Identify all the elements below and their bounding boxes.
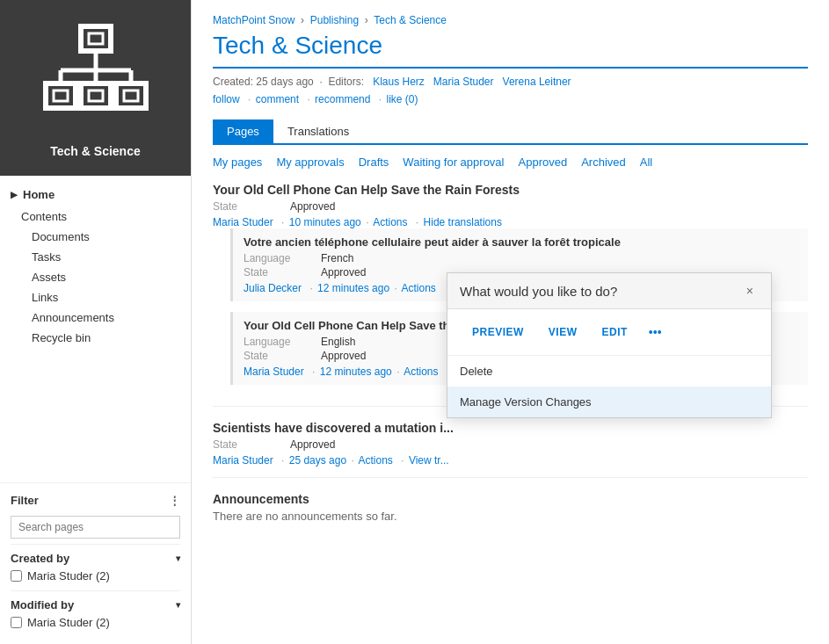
svg-rect-1	[89, 33, 103, 44]
page-item-2-actions: Maria Studer · 25 days ago · Actions · V…	[213, 454, 808, 467]
filter-header: Filter ⋮	[11, 490, 180, 510]
sidebar-nav: ▶ Home Contents Documents Tasks Assets L…	[0, 176, 191, 482]
modal-menu-delete[interactable]: Delete	[447, 356, 771, 387]
editors-label: Editors:	[328, 76, 364, 88]
logo-icon	[43, 18, 149, 141]
breadcrumb-matchpoint[interactable]: MatchPoint Snow	[213, 14, 295, 26]
follow-link[interactable]: follow	[213, 93, 240, 105]
editor-1[interactable]: Klaus Herz	[373, 76, 425, 88]
filter-section: Filter ⋮ Created by ▾ Maria Studer (2) M…	[0, 482, 191, 644]
sub-tab-waiting[interactable]: Waiting for approval	[403, 156, 504, 169]
translation-english-actions-link[interactable]: Actions	[404, 365, 438, 378]
sub-tab-my-pages[interactable]: My pages	[213, 156, 262, 169]
editor-3[interactable]: Verena Leitner	[503, 76, 571, 88]
sub-tabs: My pages My approvals Drafts Waiting for…	[213, 156, 808, 169]
breadcrumb-tech-science[interactable]: Tech & Science	[374, 14, 447, 26]
filter-created-by: Created by ▾ Maria Studer (2)	[11, 544, 180, 590]
created-date: Created: 25 days ago	[213, 76, 314, 88]
sidebar-home-label: Home	[23, 188, 55, 201]
like-link[interactable]: like (0)	[387, 93, 418, 105]
modal-menu-manage-version[interactable]: Manage Version Changes	[447, 387, 771, 417]
page-item-1-actions: Maria Studer · 10 minutes ago · Actions …	[213, 216, 808, 228]
svg-rect-8	[54, 90, 68, 101]
translation-english-author[interactable]: Maria Studer	[244, 365, 304, 378]
filter-modified-by-checkbox[interactable]	[11, 617, 22, 628]
modal-close-button[interactable]: ×	[741, 282, 759, 300]
modal-title: What would you like to do?	[460, 284, 617, 299]
chevron-down-icon-2: ▾	[176, 600, 180, 610]
page-item-1-meta: State Approved	[213, 200, 808, 213]
page-item-2: Scientists have discovered a mutation i.…	[213, 421, 808, 478]
page-item-2-actions-link[interactable]: Actions	[358, 454, 392, 467]
sidebar-item-links[interactable]: Links	[0, 287, 191, 308]
page-item-2-meta: State Approved	[213, 438, 808, 451]
filter-modified-by-option[interactable]: Maria Studer (2)	[11, 613, 180, 632]
sidebar-item-home[interactable]: ▶ Home	[0, 183, 191, 206]
filter-label: Filter	[11, 494, 39, 507]
sidebar-logo-label: Tech & Science	[50, 144, 140, 158]
filter-created-by-header[interactable]: Created by ▾	[11, 550, 180, 567]
page-item-1-time: 10 minutes ago	[289, 216, 361, 228]
breadcrumb-publishing[interactable]: Publishing	[310, 14, 359, 26]
sub-tab-my-approvals[interactable]: My approvals	[276, 156, 344, 169]
sidebar-item-documents[interactable]: Documents	[0, 227, 191, 247]
page-item-1-title[interactable]: Your Old Cell Phone Can Help Save the Ra…	[213, 183, 808, 197]
svg-rect-12	[124, 90, 138, 101]
filter-modified-by-header[interactable]: Modified by ▾	[11, 597, 180, 613]
tabs-bar: Pages Translations	[213, 119, 808, 145]
filter-modified-by: Modified by ▾ Maria Studer (2)	[11, 590, 180, 637]
sidebar: Tech & Science ▶ Home Contents Documents…	[0, 0, 192, 644]
meta-row: Created: 25 days ago · Editors: Klaus He…	[213, 76, 808, 88]
sidebar-item-contents[interactable]: Contents	[0, 206, 191, 227]
filter-options-dots[interactable]: ⋮	[169, 494, 180, 507]
page-item-2-time: 25 days ago	[289, 454, 346, 467]
sub-tab-drafts[interactable]: Drafts	[359, 156, 389, 169]
sidebar-item-announcements[interactable]: Announcements	[0, 308, 191, 328]
sidebar-logo: Tech & Science	[0, 0, 191, 176]
modal-popup: What would you like to do? × PREVIEW VIE…	[447, 272, 772, 418]
page-item-1-author[interactable]: Maria Studer	[213, 216, 273, 228]
filter-created-by-option[interactable]: Maria Studer (2)	[11, 567, 180, 585]
comment-link[interactable]: comment	[256, 93, 299, 105]
translation-french-actions-link[interactable]: Actions	[401, 282, 435, 294]
announcements-empty: There are no announcements so far.	[213, 510, 808, 523]
recommend-link[interactable]: recommend	[315, 93, 370, 105]
announcements-section: Announcements There are no announcements…	[213, 492, 808, 523]
chevron-down-icon: ▾	[176, 554, 180, 563]
filter-created-by-checkbox[interactable]	[11, 570, 22, 582]
sub-tab-all[interactable]: All	[640, 156, 652, 169]
modal-header: What would you like to do? ×	[447, 273, 771, 309]
page-title: Tech & Science	[213, 32, 808, 69]
modal-preview-button[interactable]: PREVIEW	[460, 321, 536, 344]
page-item-2-author[interactable]: Maria Studer	[213, 454, 273, 467]
search-input[interactable]	[11, 516, 180, 539]
sub-tab-approved[interactable]: Approved	[519, 156, 568, 169]
tab-translations[interactable]: Translations	[273, 119, 363, 143]
announcements-title: Announcements	[213, 492, 808, 506]
translation-french-author[interactable]: Julia Decker	[244, 282, 302, 294]
translation-french-title[interactable]: Votre ancien téléphone cellulaire peut a…	[244, 235, 797, 249]
modal-actions-row: PREVIEW VIEW EDIT •••	[447, 309, 771, 356]
sidebar-item-assets[interactable]: Assets	[0, 267, 191, 287]
page-item-2-view-link[interactable]: View tr...	[409, 454, 449, 467]
modal-edit-button[interactable]: EDIT	[590, 321, 640, 344]
breadcrumb: MatchPoint Snow › Publishing › Tech & Sc…	[213, 14, 808, 26]
sub-tab-archived[interactable]: Archived	[581, 156, 626, 169]
modal-view-button[interactable]: VIEW	[536, 321, 590, 344]
translation-french-time: 12 minutes ago	[317, 282, 389, 294]
svg-rect-10	[89, 90, 103, 101]
page-item-1-hide-translations[interactable]: Hide translations	[424, 216, 502, 228]
page-item-2-title[interactable]: Scientists have discovered a mutation i.…	[213, 421, 808, 435]
chevron-right-icon: ▶	[11, 190, 18, 199]
sidebar-item-tasks[interactable]: Tasks	[0, 247, 191, 267]
main-content: MatchPoint Snow › Publishing › Tech & Sc…	[192, 0, 829, 644]
page-actions-row: follow · comment · recommend · like (0)	[213, 93, 808, 105]
page-item-1-actions-link[interactable]: Actions	[373, 216, 407, 228]
tab-pages[interactable]: Pages	[213, 119, 273, 143]
editor-2[interactable]: Maria Studer	[433, 76, 494, 88]
sidebar-item-recycle-bin[interactable]: Recycle bin	[0, 328, 191, 348]
modal-more-button[interactable]: •••	[640, 320, 671, 344]
translation-english-time: 12 minutes ago	[320, 365, 392, 378]
